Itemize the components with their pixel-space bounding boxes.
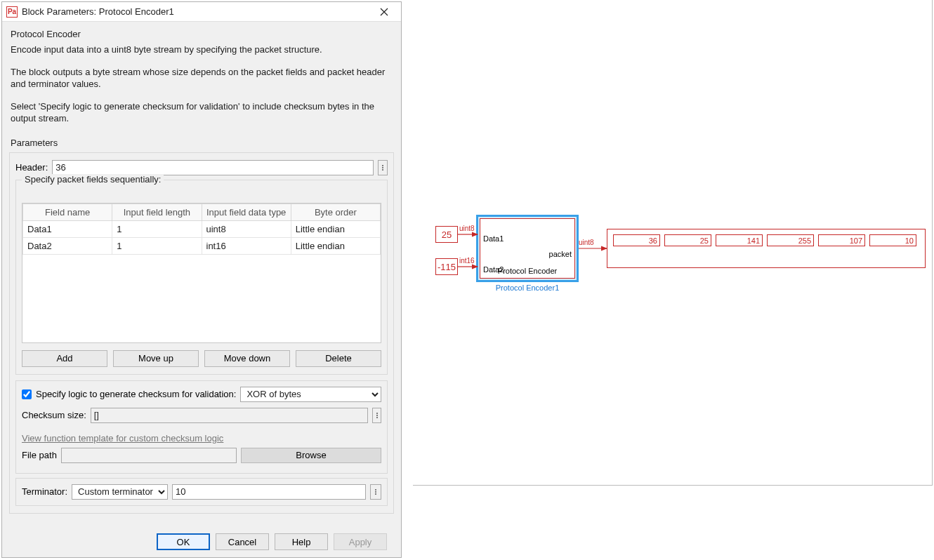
view-template-link[interactable]: View function template for custom checks… [22, 433, 223, 444]
header-row: Header: [15, 160, 388, 175]
cell-field-dtype[interactable]: int16 [202, 237, 291, 254]
header-label: Header: [15, 162, 48, 173]
packet-fields-legend: Specify packet fields sequentially: [22, 174, 164, 185]
table-row[interactable]: Data1 1 uint8 Little endian [23, 220, 381, 237]
dialog-title: Block Parameters: Protocol Encoder1 [22, 6, 370, 17]
checksum-panel: Specify logic to generate checksum for v… [15, 380, 388, 474]
app-icon: Pa [6, 6, 18, 18]
display-cell: 255 [767, 234, 814, 246]
simulink-canvas[interactable]: 25 uint8 -115 int16 Data1 Data2 packet P… [413, 0, 933, 486]
move-up-button[interactable]: Move up [113, 350, 199, 367]
checksum-size-row: Checksum size: [22, 408, 381, 423]
description-1: Encode input data into a uint8 byte stre… [11, 44, 393, 56]
signal-type-label: int16 [459, 257, 475, 265]
terminator-mode-select[interactable]: Custom terminator [72, 484, 168, 500]
checksum-check-label: Specify logic to generate checksum for v… [36, 389, 236, 399]
cell-byte-order[interactable]: Little endian [291, 220, 380, 237]
move-down-button[interactable]: Move down [204, 350, 290, 367]
input-port-1-label: Data1 [483, 234, 504, 243]
table-row[interactable]: Data2 1 int16 Little endian [23, 237, 381, 254]
cell-field-name[interactable]: Data1 [23, 220, 112, 237]
terminator-more-button[interactable] [370, 484, 381, 500]
output-signal-type-label: uint8 [579, 239, 594, 246]
parameters-panel: Header: Specify packet fields sequential… [9, 152, 394, 514]
close-icon [380, 8, 388, 16]
block-inner-title: Protocol Encoder [480, 267, 574, 275]
parameters-label: Parameters [11, 138, 394, 148]
col-field-name: Field name [23, 204, 112, 220]
description-3: Select 'Specify logic to generate checks… [11, 100, 393, 125]
checksum-checkbox[interactable] [22, 389, 32, 399]
signal-type-label: uint8 [459, 225, 475, 232]
terminator-label: Terminator: [22, 486, 67, 497]
col-field-length: Input field length [112, 204, 202, 220]
checksum-size-label: Checksum size: [22, 410, 86, 420]
checksum-mode-select[interactable]: XOR of bytes [240, 387, 381, 402]
output-port-label: packet [549, 250, 572, 258]
add-button[interactable]: Add [22, 350, 107, 367]
delete-button[interactable]: Delete [296, 350, 381, 367]
cell-field-length[interactable]: 1 [112, 220, 202, 237]
cancel-button[interactable]: Cancel [216, 533, 269, 550]
block-parameters-dialog: Pa Block Parameters: Protocol Encoder1 P… [1, 1, 402, 558]
file-path-label: File path [22, 450, 57, 460]
display-cell: 141 [716, 234, 763, 246]
file-path-row: File path Browse [22, 448, 381, 463]
terminator-row: Terminator: Custom terminator [22, 484, 381, 500]
ok-button[interactable]: OK [157, 533, 210, 550]
header-input[interactable] [52, 160, 374, 175]
display-cell: 10 [869, 234, 916, 246]
table-buttons-row: Add Move up Move down Delete [22, 350, 381, 367]
header-more-button[interactable] [378, 160, 388, 175]
display-cell: 36 [613, 234, 660, 246]
titlebar: Pa Block Parameters: Protocol Encoder1 [2, 2, 401, 22]
apply-button: Apply [334, 533, 387, 550]
block-name-label: Protocol Encoder1 [476, 284, 579, 292]
packet-fields-table[interactable]: Field name Input field length Input fiel… [22, 203, 381, 343]
help-button[interactable]: Help [275, 533, 328, 550]
block-type-title: Protocol Encoder [11, 29, 394, 39]
cell-byte-order[interactable]: Little endian [291, 237, 380, 254]
checksum-check-row: Specify logic to generate checksum for v… [22, 387, 381, 402]
cell-field-name[interactable]: Data2 [23, 237, 112, 254]
display-cell: 25 [664, 234, 711, 246]
dialog-body: Protocol Encoder Encode input data into … [2, 22, 401, 557]
display-block[interactable]: 36 25 141 255 107 10 [607, 229, 926, 268]
display-cell: 107 [818, 234, 865, 246]
constant-block-2[interactable]: -115 [435, 258, 458, 275]
cell-field-dtype[interactable]: uint8 [202, 220, 291, 237]
protocol-encoder-inner: Data1 Data2 packet Protocol Encoder [480, 218, 575, 279]
terminator-value-input[interactable] [172, 484, 366, 500]
constant-value: 25 [442, 229, 452, 240]
file-path-input [61, 448, 237, 463]
col-byte-order: Byte order [291, 204, 380, 220]
browse-button[interactable]: Browse [241, 448, 381, 463]
cell-field-length[interactable]: 1 [112, 237, 202, 254]
protocol-encoder-block[interactable]: Data1 Data2 packet Protocol Encoder [476, 215, 579, 282]
checksum-size-input [91, 408, 369, 423]
dialog-footer: OK Cancel Help Apply [9, 526, 394, 557]
description-2: The block outputs a byte stream whose si… [11, 66, 393, 91]
packet-fields-group: Specify packet fields sequentially: Fiel… [15, 180, 388, 375]
terminator-panel: Terminator: Custom terminator [15, 478, 388, 506]
close-button[interactable] [370, 3, 398, 21]
col-field-dtype: Input field data type [202, 204, 291, 220]
constant-block-1[interactable]: 25 [435, 226, 458, 243]
checksum-size-more-button[interactable] [372, 408, 381, 423]
constant-value: -115 [438, 262, 456, 272]
